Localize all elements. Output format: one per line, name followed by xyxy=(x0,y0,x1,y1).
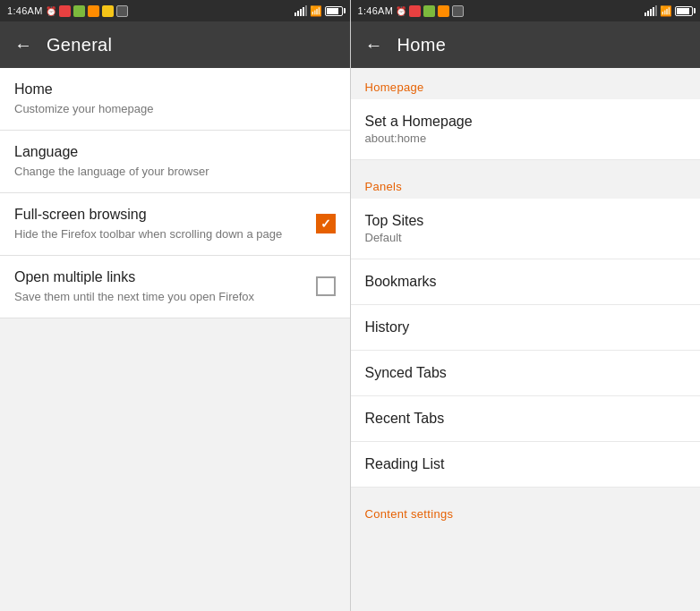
left-time: 1:46AM xyxy=(7,5,43,16)
setting-text-language: Language Change the language of your bro… xyxy=(14,143,336,180)
right-app-icon-3 xyxy=(438,5,449,17)
home-item-bookmarks[interactable]: Bookmarks xyxy=(351,259,701,305)
right-back-button[interactable]: ← xyxy=(365,36,383,54)
left-status-bar: 1:46AM ⏰ 📶 xyxy=(0,0,350,21)
setting-title-fullscreen: Full-screen browsing xyxy=(14,206,305,225)
right-battery-icon xyxy=(675,6,693,16)
setting-subtitle-fullscreen: Hide the Firefox toolbar when scrolling … xyxy=(14,226,305,242)
setting-subtitle-multiple-links: Save them until the next time you open F… xyxy=(14,289,305,305)
right-wifi-icon: 📶 xyxy=(660,5,672,17)
left-content: Home Customize your homepage Language Ch… xyxy=(0,68,350,611)
signal-icon xyxy=(295,5,307,16)
home-item-title-top-sites: Top Sites xyxy=(365,213,687,229)
right-time: 1:46AM xyxy=(358,5,394,16)
right-app-icon-4 xyxy=(452,5,464,17)
right-app-icon-1 xyxy=(409,5,421,17)
app-icon-5 xyxy=(116,5,128,17)
home-item-reading-list[interactable]: Reading List xyxy=(351,442,701,488)
setting-subtitle-home: Customize your homepage xyxy=(14,101,336,117)
home-item-recent-tabs[interactable]: Recent Tabs xyxy=(351,396,701,442)
setting-text-fullscreen: Full-screen browsing Hide the Firefox to… xyxy=(14,206,305,242)
setting-item-fullscreen[interactable]: Full-screen browsing Hide the Firefox to… xyxy=(0,193,350,256)
home-item-top-sites[interactable]: Top Sites Default xyxy=(351,199,701,259)
right-status-bar: 1:46AM ⏰ 📶 xyxy=(351,0,701,21)
app-icon-1 xyxy=(59,5,71,17)
home-item-set-homepage[interactable]: Set a Homepage about:home xyxy=(351,99,701,160)
home-item-title-set-homepage: Set a Homepage xyxy=(365,114,687,130)
alarm-icon: ⏰ xyxy=(46,6,56,16)
section-label-homepage: Homepage xyxy=(351,68,701,99)
setting-subtitle-language: Change the language of your browser xyxy=(14,164,336,180)
left-status-left: 1:46AM ⏰ xyxy=(7,5,128,17)
home-item-history[interactable]: History xyxy=(351,305,701,351)
divider-1 xyxy=(351,160,701,167)
setting-item-home[interactable]: Home Customize your homepage xyxy=(0,68,350,131)
right-status-left: 1:46AM ⏰ xyxy=(358,5,465,17)
setting-item-multiple-links[interactable]: Open multiple links Save them until the … xyxy=(0,256,350,318)
setting-title-multiple-links: Open multiple links xyxy=(14,268,305,287)
home-item-title-synced-tabs: Synced Tabs xyxy=(365,365,687,381)
right-panel: 1:46AM ⏰ 📶 ← Home Homepag xyxy=(351,0,701,611)
multiple-links-checkbox[interactable] xyxy=(316,276,336,296)
home-item-subtitle-set-homepage: about:home xyxy=(365,132,687,145)
home-item-subtitle-top-sites: Default xyxy=(365,231,687,244)
setting-item-language[interactable]: Language Change the language of your bro… xyxy=(0,131,350,193)
app-icon-3 xyxy=(88,5,99,17)
setting-text-multiple-links: Open multiple links Save them until the … xyxy=(14,268,305,305)
left-back-button[interactable]: ← xyxy=(14,36,32,54)
right-alarm-icon: ⏰ xyxy=(396,6,406,16)
section-label-panels: Panels xyxy=(351,167,701,199)
section-label-content-settings: Content settings xyxy=(351,495,701,526)
wifi-icon: 📶 xyxy=(310,5,322,17)
home-item-synced-tabs[interactable]: Synced Tabs xyxy=(351,351,701,396)
fullscreen-checkbox[interactable] xyxy=(316,214,336,233)
left-panel: 1:46AM ⏰ 📶 xyxy=(0,0,350,611)
home-item-title-bookmarks: Bookmarks xyxy=(365,274,687,290)
app-icon-4 xyxy=(102,5,114,17)
right-toolbar-title: Home xyxy=(397,35,447,55)
setting-title-language: Language xyxy=(14,143,336,162)
right-signal-icon xyxy=(645,5,657,16)
right-content: Homepage Set a Homepage about:home Panel… xyxy=(351,68,701,611)
right-status-right: 📶 xyxy=(645,5,693,17)
app-icon-2 xyxy=(73,5,85,17)
home-item-title-reading-list: Reading List xyxy=(365,456,687,472)
right-toolbar: ← Home xyxy=(351,21,701,68)
left-toolbar-title: General xyxy=(47,35,112,55)
home-item-title-recent-tabs: Recent Tabs xyxy=(365,411,687,427)
home-item-title-history: History xyxy=(365,319,687,335)
setting-title-home: Home xyxy=(14,81,336,99)
right-app-icon-2 xyxy=(423,5,435,17)
battery-icon xyxy=(325,6,343,16)
left-status-right: 📶 xyxy=(295,5,343,17)
divider-2 xyxy=(351,488,701,495)
left-toolbar: ← General xyxy=(0,21,350,68)
setting-text-home: Home Customize your homepage xyxy=(14,81,336,117)
